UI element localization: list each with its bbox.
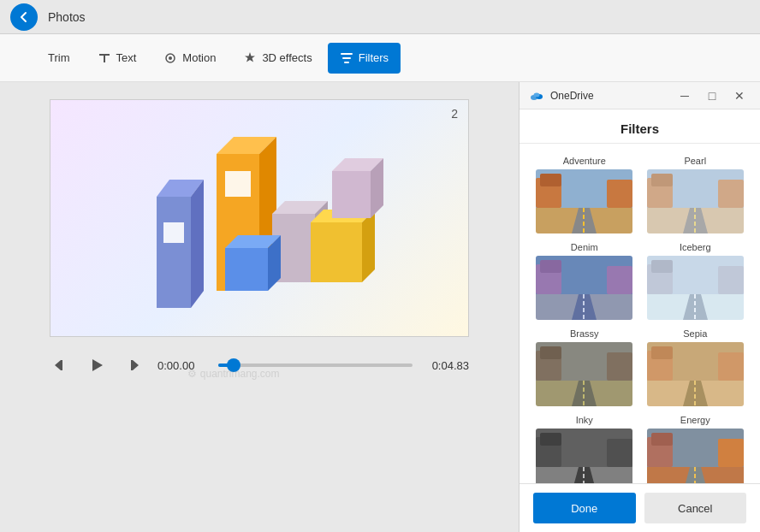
svg-rect-12 bbox=[225, 171, 251, 197]
filter-item-brassy[interactable]: Brassy bbox=[533, 327, 636, 408]
svg-marker-7 bbox=[191, 180, 204, 308]
filter-item-sepia[interactable]: Sepia bbox=[644, 327, 747, 408]
svg-rect-66 bbox=[607, 352, 632, 381]
filter-item-denim[interactable]: Denim bbox=[533, 240, 636, 322]
filter-item-iceberg[interactable]: Iceberg bbox=[644, 240, 747, 322]
forward-button[interactable] bbox=[122, 354, 144, 376]
svg-rect-52 bbox=[607, 266, 632, 294]
svg-rect-38 bbox=[607, 180, 632, 208]
filter-label-iceberg: Iceberg bbox=[680, 242, 711, 252]
time-total: 0:04.83 bbox=[426, 359, 469, 372]
filter-row-3: Brassy Sepia bbox=[533, 327, 746, 408]
trim-label: Trim bbox=[48, 51, 70, 64]
filter-label-sepia: Sepia bbox=[683, 328, 707, 339]
svg-rect-73 bbox=[718, 352, 744, 381]
filter-label-brassy: Brassy bbox=[570, 328, 599, 339]
svg-marker-27 bbox=[92, 359, 103, 371]
done-button[interactable]: Done bbox=[533, 493, 636, 523]
filter-thumb-adventure bbox=[536, 169, 632, 233]
filter-label-inky: Inky bbox=[576, 415, 593, 425]
filter-panel: OneDrive ─ □ ✕ Filters Adventure bbox=[519, 82, 760, 532]
panel-header: Filters bbox=[520, 109, 760, 144]
main-area: 2 bbox=[0, 82, 760, 532]
svg-rect-29 bbox=[131, 360, 133, 370]
slide-number: 2 bbox=[451, 107, 458, 121]
svg-marker-5 bbox=[157, 197, 191, 308]
svg-rect-80 bbox=[607, 439, 632, 467]
title-bar: Photos bbox=[0, 0, 760, 34]
close-button[interactable]: ✕ bbox=[729, 86, 750, 106]
progress-track[interactable] bbox=[218, 364, 413, 367]
svg-point-32 bbox=[534, 92, 540, 97]
filters-button[interactable]: Filters bbox=[328, 43, 401, 74]
svg-rect-4 bbox=[344, 62, 349, 63]
svg-rect-59 bbox=[718, 266, 744, 294]
back-button[interactable] bbox=[10, 3, 38, 31]
svg-marker-18 bbox=[362, 210, 375, 282]
filter-thumb-denim bbox=[536, 256, 632, 320]
filter-label-energy: Energy bbox=[680, 415, 710, 425]
filter-thumb-energy bbox=[647, 429, 744, 483]
filter-item-pearl[interactable]: Pearl bbox=[644, 154, 747, 235]
svg-rect-65 bbox=[540, 346, 561, 359]
svg-marker-25 bbox=[55, 360, 61, 370]
svg-rect-51 bbox=[540, 260, 561, 273]
filter-row-2: Denim Iceberg bbox=[533, 240, 746, 322]
filter-label-adventure: Adventure bbox=[563, 156, 606, 166]
svg-marker-16 bbox=[311, 222, 362, 282]
svg-rect-37 bbox=[540, 174, 561, 186]
filter-thumb-sepia bbox=[647, 342, 744, 406]
svg-rect-72 bbox=[651, 346, 673, 359]
text-button[interactable]: Text bbox=[86, 43, 149, 74]
filter-thumb-brassy bbox=[536, 342, 632, 406]
minimize-button[interactable]: ─ bbox=[674, 86, 695, 106]
filters-label: Filters bbox=[359, 51, 389, 64]
svg-rect-79 bbox=[540, 433, 561, 446]
motion-label: Motion bbox=[182, 51, 216, 64]
svg-marker-28 bbox=[133, 360, 139, 370]
rewind-button[interactable] bbox=[50, 354, 72, 376]
cancel-button[interactable]: Cancel bbox=[644, 493, 747, 523]
svg-rect-3 bbox=[342, 57, 351, 59]
svg-rect-87 bbox=[718, 439, 744, 467]
video-canvas: 2 bbox=[50, 99, 469, 337]
svg-rect-58 bbox=[651, 260, 673, 273]
svg-rect-2 bbox=[341, 53, 353, 55]
panel-footer: Done Cancel bbox=[520, 483, 760, 532]
toolbar: Trim Text Motion 3D effects Filters bbox=[0, 34, 760, 82]
svg-rect-86 bbox=[651, 433, 673, 446]
onedrive-icon bbox=[530, 89, 543, 103]
app-title: Photos bbox=[48, 10, 86, 24]
maximize-button[interactable]: □ bbox=[702, 86, 722, 106]
svg-rect-8 bbox=[163, 222, 184, 243]
svg-rect-44 bbox=[651, 174, 673, 186]
svg-point-1 bbox=[169, 56, 172, 60]
filter-label-denim: Denim bbox=[571, 242, 598, 252]
filter-row-1: Adventure bbox=[533, 154, 746, 235]
motion-button[interactable]: Motion bbox=[151, 43, 228, 74]
filter-label-pearl: Pearl bbox=[684, 156, 706, 166]
play-button[interactable] bbox=[86, 354, 108, 376]
panel-title-text: OneDrive bbox=[550, 90, 668, 102]
watermark: ⚙ quantrimang.com bbox=[187, 368, 279, 380]
text-label: Text bbox=[116, 51, 137, 64]
filter-item-adventure[interactable]: Adventure bbox=[533, 154, 636, 235]
svg-marker-19 bbox=[225, 248, 268, 291]
filter-item-inky[interactable]: Inky bbox=[533, 413, 636, 483]
svg-marker-22 bbox=[332, 171, 371, 218]
filter-thumb-pearl bbox=[647, 169, 744, 233]
video-content bbox=[114, 120, 405, 316]
effects-label: 3D effects bbox=[262, 51, 312, 64]
svg-rect-26 bbox=[61, 360, 62, 370]
editor-area: 2 bbox=[0, 82, 519, 532]
filter-item-energy[interactable]: Energy bbox=[644, 413, 747, 483]
filter-thumb-iceberg bbox=[647, 256, 744, 320]
svg-rect-45 bbox=[718, 180, 744, 208]
trim-button[interactable]: Trim bbox=[17, 43, 82, 74]
effects-button[interactable]: 3D effects bbox=[231, 43, 324, 74]
filter-row-4: Inky Energy bbox=[533, 413, 746, 483]
filters-grid[interactable]: Adventure bbox=[520, 144, 760, 483]
filter-thumb-inky bbox=[536, 429, 632, 483]
panel-titlebar: OneDrive ─ □ ✕ bbox=[520, 82, 760, 109]
